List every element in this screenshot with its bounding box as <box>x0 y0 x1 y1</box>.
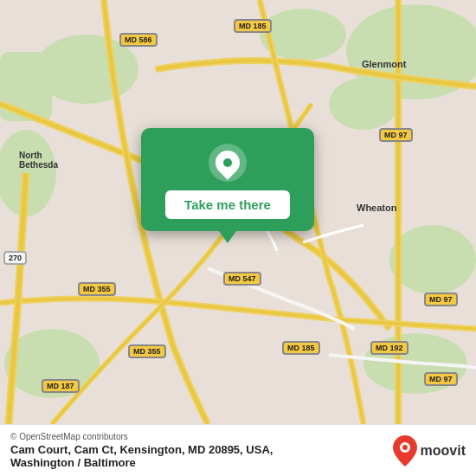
popup-card: Take me there <box>141 128 314 231</box>
take-me-there-button[interactable]: Take me there <box>165 190 290 219</box>
copyright-text: © OpenStreetMap contributors <box>10 432 273 441</box>
road-badge-md586: MD 586 <box>119 33 158 47</box>
road-badge-md192: MD 192 <box>370 341 408 355</box>
road-badge-md185b: MD 185 <box>282 341 320 355</box>
footer: © OpenStreetMap contributors Cam Court, … <box>0 424 476 476</box>
location-pin-icon <box>210 145 245 180</box>
moovit-pin-icon <box>393 435 417 466</box>
road-badge-md97b: MD 97 <box>424 293 458 306</box>
svg-point-7 <box>389 225 476 294</box>
place-label-north-bethesda: NorthBethesda <box>19 151 58 170</box>
svg-point-11 <box>402 445 408 450</box>
address-line1: Cam Court, Cam Ct, Kensington, MD 20895,… <box>10 443 273 456</box>
moovit-brand-text: moovit <box>421 443 466 459</box>
svg-point-2 <box>329 78 398 130</box>
footer-left: © OpenStreetMap contributors Cam Court, … <box>10 432 273 469</box>
road-badge-md355b: MD 355 <box>128 344 166 358</box>
place-label-glenmont: Glenmont <box>362 59 406 69</box>
location-icon-circle <box>209 144 247 182</box>
place-label-wheaton: Wheaton <box>357 203 396 213</box>
road-badge-md97c: MD 97 <box>424 372 458 386</box>
map-container: MD 586 MD 185 MD 97 MD 97 MD 97 270 MD 3… <box>0 0 476 424</box>
address-line2: Washington / Baltimore <box>10 456 136 469</box>
road-badge-md187: MD 187 <box>42 379 80 393</box>
moovit-logo: moovit <box>393 435 466 466</box>
road-badge-md355a: MD 355 <box>78 282 116 296</box>
road-badge-md185a: MD 185 <box>234 19 272 33</box>
road-badge-md97a: MD 97 <box>379 128 413 142</box>
road-badge-270: 270 <box>3 251 27 265</box>
location-pin-dot <box>223 158 232 167</box>
road-badge-md547: MD 547 <box>223 272 261 286</box>
address-text: Cam Court, Cam Ct, Kensington, MD 20895,… <box>10 443 273 469</box>
